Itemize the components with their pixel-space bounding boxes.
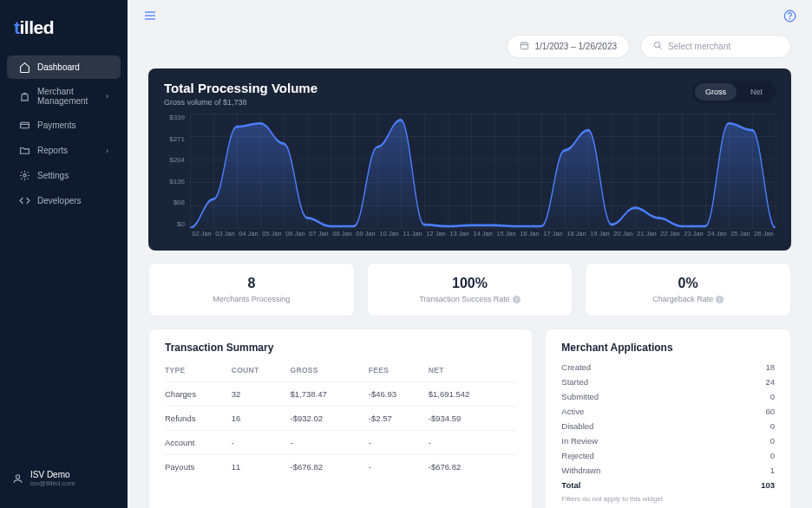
x-tick: 16 Jan [518,230,541,244]
app-title: Merchant Applications [561,342,775,354]
stat-card-2: 0%Chargeback Ratei [585,263,791,316]
app-value: 0 [770,436,775,446]
app-value: 103 [761,480,775,490]
date-range-value: 1/1/2023 – 1/26/2023 [534,42,617,51]
app-label: Disabled [561,421,593,431]
tx-cell: Charges [165,382,232,407]
hamburger-icon[interactable] [143,9,157,26]
stat-value: 0% [586,276,790,291]
y-tick: $204 [164,156,188,164]
table-row: Refunds16-$932.02-$2.57-$934.59 [165,407,516,431]
tx-cell: Account [165,431,232,455]
table-row: Charges32$1,738.47-$46.93$1,691.542 [165,382,516,407]
home-icon [19,62,30,73]
merchant-applications-panel: Merchant Applications Created18Started24… [545,329,791,508]
sidebar-item-developers[interactable]: Developers [7,189,121,212]
svg-point-2 [23,174,26,177]
x-tick: 22 Jan [658,230,682,244]
x-tick: 25 Jan [729,230,752,244]
sidebar-item-label: Reports [37,146,68,155]
sidebar-item-reports[interactable]: Reports› [7,139,121,162]
stat-value: 8 [149,276,354,291]
tx-cell: -$676.82 [291,455,369,479]
x-tick: 08 Jan [331,230,354,244]
x-tick: 06 Jan [284,230,307,244]
tx-cell: - [369,455,429,479]
app-value: 60 [765,407,775,416]
transaction-summary-panel: Transaction Summary TYPECOUNTGROSSFEESNE… [148,329,533,508]
tx-cell: - [429,431,517,455]
app-row: Active60 [561,407,775,416]
brand-logo: tilled [0,10,128,54]
sidebar: tilled DashboardMerchant Management›Paym… [0,0,128,508]
app-row: Withdrawn1 [561,466,775,475]
user-name: ISV Demo [30,470,75,479]
help-icon[interactable] [783,10,796,25]
app-row: Created18 [561,362,775,372]
app-value: 0 [770,421,775,431]
app-row: Rejected0 [561,451,775,460]
x-tick: 04 Jan [237,230,260,244]
x-tick: 07 Jan [307,230,331,244]
tx-col: TYPE [165,362,232,382]
sidebar-item-label: Payments [37,120,75,130]
app-label: Created [561,362,591,372]
x-tick: 15 Jan [494,230,518,244]
app-label: Submitted [561,392,599,401]
x-tick: 12 Jan [424,230,448,244]
sidebar-item-settings[interactable]: Settings [7,164,121,187]
folder-icon [19,145,30,156]
code-icon [19,195,30,206]
gear-icon [19,170,30,181]
x-tick: 10 Jan [377,230,401,244]
date-range-picker[interactable]: 1/1/2023 – 1/26/2023 [507,35,630,58]
app-label: In Review [561,436,598,446]
y-tick: $339 [164,114,188,121]
chart-subtitle: Gross volume of $1,738 [164,98,318,107]
app-row-total: Total103 [561,480,775,490]
tx-col: FEES [369,362,429,382]
app-label: Active [561,407,584,416]
sidebar-user[interactable]: ISV Demo isv@tilled.com [0,459,128,498]
info-icon[interactable]: i [513,296,521,303]
svg-point-8 [789,18,790,19]
sidebar-item-dashboard[interactable]: Dashboard [7,55,121,79]
app-label: Withdrawn [561,466,600,475]
sidebar-item-label: Developers [37,196,82,205]
x-tick: 17 Jan [541,230,565,244]
sidebar-item-merchant-management[interactable]: Merchant Management› [7,81,121,112]
tx-header-row: TYPECOUNTGROSSFEESNET [165,362,516,382]
svg-rect-9 [521,42,528,49]
bag-icon [19,91,30,102]
app-row: Submitted0 [561,392,775,401]
x-tick: 24 Jan [705,230,729,244]
tx-cell: 32 [232,382,291,407]
filters-row: 1/1/2023 – 1/26/2023 [128,31,812,68]
stat-label: Merchants Processing [149,295,354,303]
x-tick: 11 Jan [401,230,424,244]
tx-cell: - [369,431,429,455]
sidebar-item-label: Dashboard [37,62,80,72]
chart-card: Total Processing Volume Gross volume of … [148,68,791,251]
sidebar-item-payments[interactable]: Payments [7,114,121,137]
merchant-input[interactable] [668,42,778,51]
x-tick: 20 Jan [612,230,635,244]
app-row: In Review0 [561,436,775,446]
tx-cell: - [291,431,369,455]
svg-point-13 [654,42,659,47]
y-tick: $271 [164,135,188,143]
stat-value: 100% [368,276,573,291]
merchant-select[interactable] [640,35,791,58]
stats-row: 8Merchants Processing100%Transaction Suc… [148,263,791,316]
app-value: 24 [765,377,775,387]
x-tick: 23 Jan [682,230,705,244]
tx-cell: -$932.02 [291,407,369,431]
app-label: Total [561,480,580,490]
tx-title: Transaction Summary [165,342,516,354]
app-value: 0 [770,392,775,401]
search-icon [653,41,663,52]
toggle-net[interactable]: Net [740,83,773,101]
table-row: Account---- [165,431,516,455]
toggle-gross[interactable]: Gross [695,83,737,101]
info-icon[interactable]: i [716,296,724,303]
